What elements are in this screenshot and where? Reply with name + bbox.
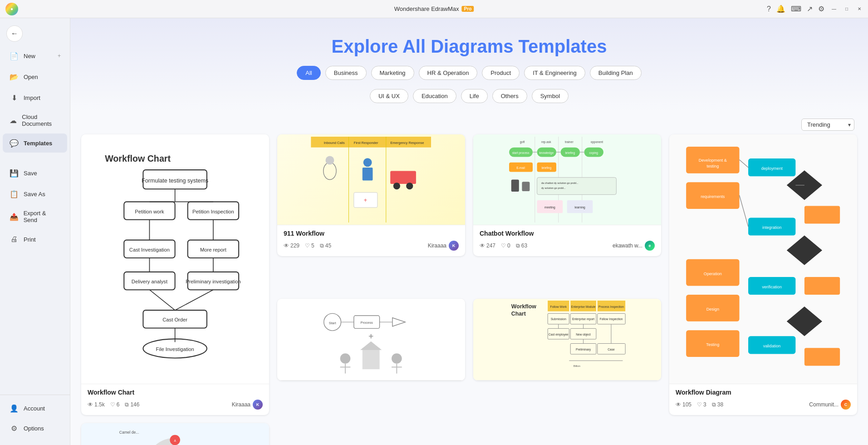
titlebar-center: Wondershare EdrawMax Pro: [394, 5, 474, 12]
template-card-wf5[interactable]: Start Process: [277, 299, 465, 415]
svg-marker-95: [787, 235, 822, 265]
author-name: Kiraaaa: [232, 401, 250, 408]
close-button[interactable]: ✕: [856, 6, 863, 12]
template-card-wf6[interactable]: Workflow Chart Follow Work Enterprise Mo…: [473, 299, 661, 415]
svg-rect-37: [391, 171, 417, 184]
title-plain: Explore: [332, 36, 402, 56]
template-card-wf2[interactable]: Inbound Calls First Responder Emergency …: [277, 134, 465, 291]
template-card-wf1[interactable]: Workflow Chart Formulate testing systems…: [81, 134, 269, 415]
filter-tab-product[interactable]: Product: [482, 66, 520, 80]
sidebar-item-saveas[interactable]: 📋 Save As: [3, 184, 67, 203]
svg-text:Emergency Response: Emergency Response: [391, 141, 424, 145]
sidebar-item-open[interactable]: 📂 Open: [3, 67, 67, 86]
sidebar-item-save[interactable]: 💾 Save: [3, 163, 67, 183]
svg-rect-69: [511, 179, 519, 191]
likes-count: 0: [507, 242, 510, 249]
svg-text:Cast employee: Cast employee: [549, 333, 569, 336]
sidebar-item-new[interactable]: 📄 New +: [3, 46, 67, 65]
svg-text:Enterprise Module: Enterprise Module: [571, 306, 596, 309]
sidebar-back: ←: [0, 22, 70, 45]
template-card-wf3[interactable]: gofl rep.ask trainer opponent start proc…: [473, 134, 661, 291]
filter-tab-uiux[interactable]: UI & UX: [370, 89, 408, 103]
filter-tab-marketing[interactable]: Marketing: [371, 66, 414, 80]
new-icon: 📄: [9, 51, 19, 61]
keyboard-icon[interactable]: ⌨: [791, 5, 801, 13]
svg-text:integration: integration: [762, 225, 782, 230]
template-card-wf4[interactable]: Development & testing requirements Opera…: [669, 134, 857, 415]
svg-point-39: [407, 183, 413, 189]
sidebar: ← 📄 New + 📂 Open ⬇ Import ☁ Cloud Docume…: [0, 18, 70, 445]
filter-tab-symbol[interactable]: Symbol: [532, 89, 569, 103]
back-button[interactable]: ←: [6, 25, 23, 42]
titlebar-right-icons: ? 🔔 ⌨ ↗ ⚙: [767, 5, 824, 13]
author-name: ekawath w...: [613, 242, 642, 249]
author-avatar-wf2: K: [449, 241, 459, 251]
share-icon[interactable]: ↗: [807, 5, 813, 13]
copies-icon: ⧉: [125, 401, 129, 408]
copies-icon: ⧉: [320, 242, 324, 249]
views-icon: 👁: [88, 401, 93, 408]
app-body: ← 📄 New + 📂 Open ⬇ Import ☁ Cloud Docume…: [0, 18, 868, 445]
main-content: Explore All Diagrams Templates All Busin…: [70, 18, 868, 445]
minimize-button[interactable]: —: [831, 6, 837, 12]
svg-text:Petition Inspection: Petition Inspection: [192, 208, 234, 214]
svg-text:E-mail: E-mail: [517, 166, 525, 169]
likes-stat: ♡ 6: [110, 401, 120, 408]
sidebar-item-cloud[interactable]: ☁ Cloud Documents: [3, 109, 67, 132]
sidebar-item-import[interactable]: ⬇ Import: [3, 88, 67, 107]
svg-text:Process: Process: [361, 321, 373, 325]
pro-badge: Pro: [462, 6, 474, 12]
wf3-diagram: gofl rep.ask trainer opponent start proc…: [478, 137, 656, 222]
filter-tab-life[interactable]: Life: [461, 89, 488, 103]
sidebar-item-print[interactable]: 🖨 Print: [3, 230, 67, 249]
template-card-wf7[interactable]: Camel de... TSAL A... A B C: [81, 423, 269, 445]
likes-icon: ♡: [501, 242, 506, 249]
author-avatar-wf1: K: [253, 400, 263, 410]
svg-text:gofl: gofl: [520, 140, 525, 144]
sort-wrapper: Trending Newest Most Viewed: [801, 119, 854, 131]
filter-tab-business[interactable]: Business: [325, 66, 367, 80]
sidebar-item-export[interactable]: 📤 Export & Send: [3, 205, 67, 228]
sidebar-label-options: Options: [24, 425, 44, 432]
open-icon: 📂: [9, 72, 19, 82]
svg-text:verification: verification: [762, 284, 782, 289]
copies-stat: ⧉ 45: [320, 242, 331, 249]
sidebar-label-open: Open: [24, 74, 38, 80]
maximize-button[interactable]: □: [843, 6, 850, 12]
sort-select[interactable]: Trending Newest Most Viewed: [801, 119, 854, 131]
card-meta-wf4: 👁 105 ♡ 3 ⧉ 38: [676, 400, 851, 410]
svg-text:briefing: briefing: [565, 151, 575, 155]
svg-text:Preliminary: Preliminary: [576, 348, 591, 351]
filter-tab-building[interactable]: Building Plan: [590, 66, 642, 80]
views-stat: 👁 105: [676, 401, 691, 408]
filter-tab-it[interactable]: IT & Engineering: [524, 66, 585, 80]
svg-rect-70: [522, 182, 530, 191]
help-icon[interactable]: ?: [767, 5, 771, 13]
svg-line-22: [150, 290, 175, 310]
svg-rect-99: [804, 348, 840, 366]
filter-tab-education[interactable]: Education: [413, 89, 456, 103]
save-icon: 💾: [9, 168, 19, 178]
notification-icon[interactable]: 🔔: [776, 5, 785, 13]
sidebar-label-import: Import: [24, 94, 40, 101]
svg-point-36: [326, 156, 334, 165]
sidebar-bottom: 👤 Account ⚙ Options: [0, 395, 70, 441]
sidebar-label-export: Export & Send: [24, 210, 61, 223]
filter-tab-hr[interactable]: HR & Operation: [419, 66, 478, 80]
sidebar-label-account: Account: [24, 405, 45, 412]
filter-tab-others[interactable]: Others: [492, 89, 527, 103]
svg-point-113: [392, 354, 402, 364]
svg-text:File Investigation: File Investigation: [156, 346, 194, 352]
sidebar-item-templates[interactable]: 💬 Templates: [3, 134, 67, 153]
copies-stat: ⧉ 63: [516, 242, 527, 249]
svg-text:Design: Design: [706, 307, 719, 312]
card-meta-wf2: 👁 229 ♡ 5 ⧉ 45: [284, 241, 459, 251]
filter-tab-all[interactable]: All: [297, 66, 320, 80]
print-icon: 🖨: [9, 234, 19, 244]
card-title-wf2: 911 Workflow: [284, 230, 459, 237]
settings-icon[interactable]: ⚙: [818, 5, 824, 13]
sidebar-item-account[interactable]: 👤 Account: [3, 399, 67, 418]
card-info-wf4: Workflow Diagram 👁 105 ♡ 3 ⧉: [669, 384, 857, 415]
wf5-diagram: Start Process: [282, 301, 460, 378]
sidebar-item-options[interactable]: ⚙ Options: [3, 419, 67, 438]
